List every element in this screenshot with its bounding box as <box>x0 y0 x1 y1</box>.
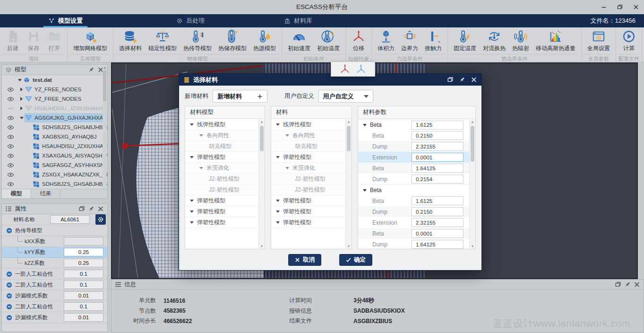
pin-icon[interactable] <box>624 281 631 288</box>
parameter-row[interactable]: Dump2.32155 <box>358 141 469 152</box>
toolbar-stability-model-button[interactable]: 稳定性模型 <box>145 29 180 53</box>
property-input[interactable]: 0.25 <box>64 259 103 267</box>
pin-icon[interactable] <box>88 67 94 73</box>
toolbar-radiation-button[interactable]: 热辐射 <box>509 29 532 53</box>
toolbar-initial-temperature-button[interactable]: 初始温度 <box>314 29 343 53</box>
scrollbar-thumb[interactable] <box>347 126 351 151</box>
toolbar-compute-button[interactable]: 计算 <box>618 29 639 53</box>
property-input[interactable]: 0.1 <box>64 280 103 289</box>
parameter-input[interactable]: 0.2150 <box>412 131 464 140</box>
scroll-up-button[interactable]: ▲ <box>103 65 107 70</box>
close-icon[interactable] <box>634 281 640 288</box>
parameter-row[interactable]: Beta0.0001 <box>358 228 469 239</box>
tree-scrollbar[interactable]: ▲ ▼ <box>103 65 107 198</box>
material-item[interactable]: 弹塑性模型 <box>271 217 345 228</box>
property-input[interactable]: 0.1 <box>64 302 103 311</box>
tree-item[interactable]: YZ_FREE_NODES <box>2 85 107 94</box>
property-input[interactable]: 0.1 <box>64 270 103 278</box>
toolbar-boundary-force-button[interactable]: 边界力 <box>398 29 421 53</box>
property-row[interactable]: 一阶人工粘合性0.1 <box>2 269 107 280</box>
toolbar-body-force-button[interactable]: 体积力 <box>374 29 398 53</box>
material-model-item[interactable]: 米茨强化 <box>185 163 258 174</box>
window-close-button[interactable] <box>628 0 644 14</box>
material-settings-button[interactable] <box>95 214 106 225</box>
material-item[interactable]: 线弹性模型 <box>271 119 345 130</box>
collapse-icon[interactable] <box>6 315 12 321</box>
parameter-row[interactable]: Beta0.2150 <box>358 130 469 141</box>
window-restore-button[interactable] <box>612 0 628 14</box>
parameter-input[interactable]: 1.6125 <box>412 121 464 130</box>
material-model-item[interactable]: 弹塑性模型 <box>185 206 258 217</box>
close-icon[interactable] <box>97 206 104 212</box>
eye-open-icon[interactable] <box>7 96 14 102</box>
displacement-axis-red-button[interactable] <box>339 63 351 75</box>
property-row[interactable]: 材料名称AL6061 <box>2 214 107 225</box>
parameter-input[interactable]: 1.64125 <box>412 240 464 249</box>
collapse-icon[interactable] <box>6 271 12 277</box>
tab-postprocess[interactable]: 后处理 <box>170 14 211 27</box>
collapse-icon[interactable] <box>6 282 12 288</box>
parameter-input[interactable]: 2.32155 <box>412 218 464 227</box>
tree-item[interactable]: XAGBSXG_AYHAQBJ <box>2 132 107 141</box>
collapse-icon[interactable] <box>6 228 12 234</box>
toolbar-initial-velocity-button[interactable]: 初始速度 <box>284 29 314 53</box>
tree-item[interactable]: SDHSBJZS_GHSABJHB_ZAHU <box>2 123 107 132</box>
property-input[interactable]: 0.01 <box>64 313 103 322</box>
caret-right-icon[interactable] <box>19 97 24 101</box>
scrollbar-thumb[interactable] <box>103 70 106 101</box>
toolbar-gauss-heat-flux-button[interactable]: 移动高斯热通量 <box>532 29 579 53</box>
parameter-input[interactable]: 1.6125 <box>412 196 464 205</box>
scroll-down-button[interactable]: ▼ <box>259 244 265 249</box>
tree-item[interactable]: test.dat <box>2 75 107 85</box>
toolbar-heat-conduction-button[interactable]: 热传导模型 <box>180 29 215 53</box>
eye-closed-icon[interactable] <box>7 106 14 111</box>
tab-model[interactable]: 模型 <box>2 189 31 198</box>
property-row[interactable]: kZZ系数0.25 <box>2 258 107 269</box>
material-model-item[interactable]: 弹塑性模型 <box>185 217 258 228</box>
material-model-item[interactable]: 弹塑性模型 <box>185 195 258 206</box>
parameter-input[interactable]: 1.64125 <box>412 164 464 173</box>
tree-item[interactable]: AGSGKJKG_GJHXAJKHXA <box>2 113 107 123</box>
caret-right-icon[interactable] <box>19 88 24 91</box>
restore-icon[interactable] <box>447 77 454 83</box>
material-item[interactable]: 胡克模型 <box>271 141 345 152</box>
parameter-row[interactable]: Beta1.64125 <box>358 163 469 174</box>
parameter-row[interactable]: Dump0.2150 <box>358 206 469 217</box>
eye-open-icon[interactable] <box>7 182 14 187</box>
parameter-input[interactable]: 2.32155 <box>412 142 464 151</box>
scrollbar[interactable]: ▲ ▼ <box>469 119 475 249</box>
tab-results[interactable]: 结果 <box>31 189 60 198</box>
eye-open-icon[interactable] <box>7 172 14 177</box>
tab-material-library[interactable]: 材料库 <box>277 14 319 27</box>
window-minimize-button[interactable] <box>596 0 612 14</box>
toolbar-heat-source-button[interactable]: 热源模型 <box>250 29 279 53</box>
material-item[interactable]: J2-塑性模型 <box>271 184 345 195</box>
material-item[interactable]: 弹塑性模型 <box>271 206 345 217</box>
tree-item[interactable]: SDHSBJZS_GHSABJHB_ZAHU <box>2 179 107 189</box>
pin-icon[interactable] <box>88 206 94 212</box>
parameter-row[interactable]: Extension0.0001 <box>358 152 469 163</box>
material-item[interactable]: 各向同性 <box>271 130 345 141</box>
close-icon[interactable] <box>471 77 477 83</box>
property-row[interactable]: 沙漏模式系数0.01 <box>2 312 107 323</box>
material-item[interactable]: J2-塑性模型 <box>271 174 345 184</box>
scrollbar-thumb[interactable] <box>471 126 474 162</box>
tree-item[interactable]: ZSXGX_HSAKAZNZXK_AHASX <box>2 170 107 179</box>
cancel-button[interactable]: 取消 <box>288 254 321 266</box>
property-input[interactable] <box>64 237 103 245</box>
eye-open-icon[interactable] <box>7 134 14 140</box>
plus-icon[interactable] <box>257 94 263 99</box>
scroll-up-button[interactable]: ▲ <box>346 119 352 124</box>
material-model-item[interactable]: 弹塑性模型 <box>185 152 258 163</box>
displacement-axis-blue-button[interactable] <box>355 63 367 75</box>
parameter-row[interactable]: Extension2.32155 <box>358 217 469 228</box>
tree-item[interactable]: YZ_FREE_NODES <box>2 94 107 104</box>
tree-item[interactable]: HSAUHDISU_JZXIUXHAHX <box>2 104 107 113</box>
caret-down-icon[interactable] <box>19 117 24 119</box>
toolbar-add-mesh-button[interactable]: 增加网格模型 <box>70 29 111 53</box>
parameter-row[interactable]: Dump0.2154 <box>358 174 469 184</box>
ok-button[interactable]: 确定 <box>339 254 372 266</box>
restore-icon[interactable] <box>615 281 621 288</box>
property-input[interactable]: 0.01 <box>64 291 103 300</box>
user-custom-select[interactable]: 用户自定义 <box>318 90 373 103</box>
